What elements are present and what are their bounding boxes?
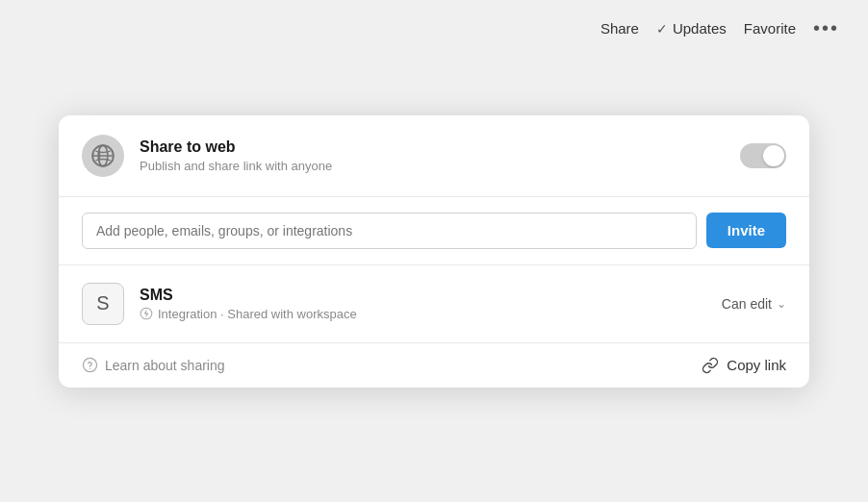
- share-button[interactable]: Share: [600, 20, 639, 37]
- share-to-web-section: Share to web Publish and share link with…: [59, 115, 809, 197]
- share-label: Share: [600, 20, 639, 37]
- updates-button[interactable]: ✓ Updates: [656, 20, 727, 37]
- invite-button[interactable]: Invite: [706, 213, 786, 248]
- copy-link-label: Copy link: [727, 357, 786, 373]
- learn-about-sharing-button[interactable]: Learn about sharing: [82, 357, 225, 373]
- share-to-web-subtitle: Publish and share link with anyone: [140, 159, 725, 173]
- member-avatar: S: [82, 283, 124, 325]
- permission-dropdown[interactable]: Can edit ⌄: [722, 296, 786, 312]
- permission-label: Can edit: [722, 296, 772, 312]
- member-meta-text: Integration · Shared with workspace: [158, 307, 357, 321]
- share-to-web-title: Share to web: [140, 138, 725, 156]
- favorite-label: Favorite: [744, 20, 796, 37]
- member-meta: Integration · Shared with workspace: [140, 307, 706, 321]
- checkmark-icon: ✓: [656, 21, 668, 37]
- svg-point-4: [83, 358, 96, 371]
- invite-input[interactable]: [82, 213, 697, 249]
- lightning-icon: [140, 307, 153, 320]
- toggle-knob: [763, 145, 784, 166]
- more-options-button[interactable]: •••: [813, 17, 839, 39]
- link-icon: [702, 357, 719, 374]
- share-to-web-text: Share to web Publish and share link with…: [140, 138, 725, 173]
- footer-section: Learn about sharing Copy link: [59, 343, 809, 388]
- updates-label: Updates: [673, 20, 727, 37]
- member-info: SMS Integration · Shared with workspace: [140, 287, 706, 321]
- member-row: S SMS Integration · Shared with workspac…: [59, 265, 809, 343]
- learn-label: Learn about sharing: [105, 358, 225, 373]
- share-to-web-toggle[interactable]: [740, 143, 786, 168]
- help-circle-icon: [82, 357, 98, 373]
- invite-section: Invite: [59, 197, 809, 265]
- globe-icon: [82, 135, 124, 177]
- svg-point-5: [89, 368, 90, 369]
- chevron-down-icon: ⌄: [777, 297, 786, 311]
- share-modal: Share to web Publish and share link with…: [59, 115, 809, 388]
- top-bar: Share ✓ Updates Favorite •••: [600, 17, 839, 39]
- copy-link-button[interactable]: Copy link: [702, 357, 786, 374]
- member-name: SMS: [140, 287, 706, 304]
- favorite-button[interactable]: Favorite: [744, 20, 796, 37]
